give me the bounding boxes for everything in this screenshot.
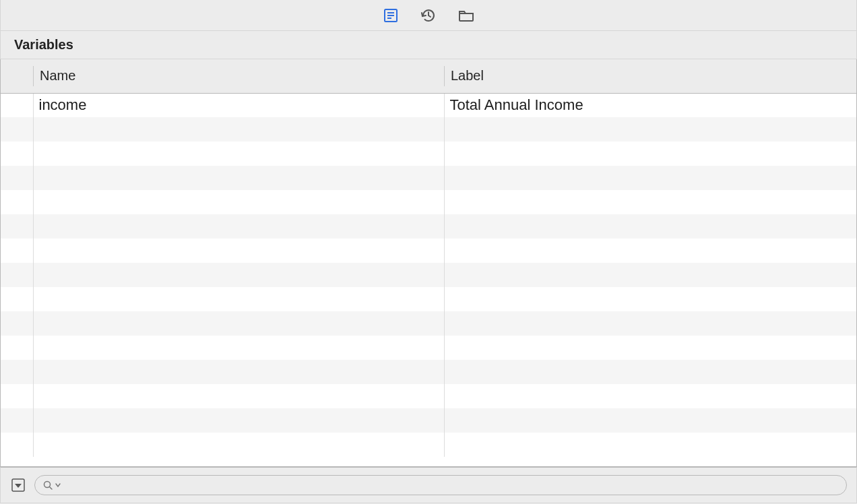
table-row[interactable] (1, 263, 856, 287)
row-marker-cell[interactable] (1, 239, 33, 263)
table-row[interactable] (1, 214, 856, 239)
history-icon (420, 7, 437, 24)
toolbar (0, 0, 857, 31)
table-row[interactable] (1, 239, 856, 263)
variable-label-cell[interactable] (444, 239, 856, 263)
section-header: Variables (0, 31, 857, 59)
svg-marker-6 (15, 484, 22, 488)
label-column-header[interactable]: Label (444, 59, 856, 93)
variable-label-cell[interactable] (444, 263, 856, 287)
variable-name-cell[interactable] (33, 287, 444, 311)
variable-label-cell[interactable] (444, 117, 856, 141)
folder-icon (457, 7, 475, 24)
variable-label-cell[interactable] (444, 336, 856, 360)
table-row[interactable] (1, 287, 856, 311)
history-button[interactable] (419, 6, 438, 25)
table-row[interactable] (1, 190, 856, 214)
row-marker-cell[interactable] (1, 117, 33, 141)
variable-label-cell[interactable] (444, 190, 856, 214)
table-row[interactable] (1, 360, 856, 384)
variable-name-cell[interactable] (33, 190, 444, 214)
search-icon (43, 480, 53, 490)
variable-label-cell[interactable]: Total Annual Income (444, 93, 856, 117)
table-row[interactable] (1, 384, 856, 408)
variable-label-cell[interactable] (444, 311, 856, 336)
filter-dropdown-icon (11, 478, 25, 492)
row-marker-cell[interactable] (1, 263, 33, 287)
variable-name-cell[interactable] (33, 141, 444, 166)
row-marker-cell[interactable] (1, 433, 33, 457)
row-marker-cell[interactable] (1, 287, 33, 311)
table-header-row: Name Label (1, 59, 856, 93)
table-row[interactable]: incomeTotal Annual Income (1, 93, 856, 117)
row-marker-cell[interactable] (1, 166, 33, 190)
variable-name-cell[interactable] (33, 117, 444, 141)
row-marker-cell[interactable] (1, 408, 33, 433)
variable-label-cell[interactable] (444, 360, 856, 384)
variable-name-cell[interactable] (33, 214, 444, 239)
variables-table: Name Label incomeTotal Annual Income (1, 59, 856, 457)
row-marker-cell[interactable] (1, 141, 33, 166)
row-marker-column-header[interactable] (1, 59, 33, 93)
row-marker-cell[interactable] (1, 311, 33, 336)
variable-label-cell[interactable] (444, 384, 856, 408)
table-row[interactable] (1, 336, 856, 360)
row-marker-cell[interactable] (1, 214, 33, 239)
variables-table-container: Name Label incomeTotal Annual Income (0, 59, 857, 467)
variable-name-cell[interactable] (33, 360, 444, 384)
row-marker-cell[interactable] (1, 93, 33, 117)
table-row[interactable] (1, 311, 856, 336)
list-view-button[interactable] (381, 6, 400, 25)
row-marker-cell[interactable] (1, 336, 33, 360)
table-row[interactable] (1, 117, 856, 141)
table-row[interactable] (1, 433, 856, 457)
svg-line-8 (50, 487, 53, 490)
variable-name-cell[interactable] (33, 336, 444, 360)
variable-label-cell[interactable] (444, 287, 856, 311)
variable-label-cell[interactable] (444, 433, 856, 457)
folder-button[interactable] (457, 6, 476, 25)
variable-label-cell[interactable] (444, 214, 856, 239)
variable-label-cell[interactable] (444, 166, 856, 190)
variable-name-cell[interactable] (33, 408, 444, 433)
list-view-icon (383, 7, 399, 24)
variable-label-cell[interactable] (444, 408, 856, 433)
variable-name-cell[interactable] (33, 166, 444, 190)
search-input[interactable] (63, 480, 838, 491)
variable-name-cell[interactable]: income (33, 93, 444, 117)
variable-label-cell[interactable] (444, 141, 856, 166)
chevron-down-icon (55, 482, 61, 488)
table-row[interactable] (1, 408, 856, 433)
footer-bar (0, 467, 857, 503)
variable-name-cell[interactable] (33, 239, 444, 263)
variable-name-cell[interactable] (33, 433, 444, 457)
row-marker-cell[interactable] (1, 384, 33, 408)
row-marker-cell[interactable] (1, 190, 33, 214)
table-row[interactable] (1, 141, 856, 166)
table-row[interactable] (1, 166, 856, 190)
search-field[interactable] (34, 475, 847, 495)
filter-menu-button[interactable] (10, 477, 26, 493)
row-marker-cell[interactable] (1, 360, 33, 384)
name-column-header[interactable]: Name (33, 59, 444, 93)
variable-name-cell[interactable] (33, 263, 444, 287)
variable-name-cell[interactable] (33, 311, 444, 336)
variable-name-cell[interactable] (33, 384, 444, 408)
